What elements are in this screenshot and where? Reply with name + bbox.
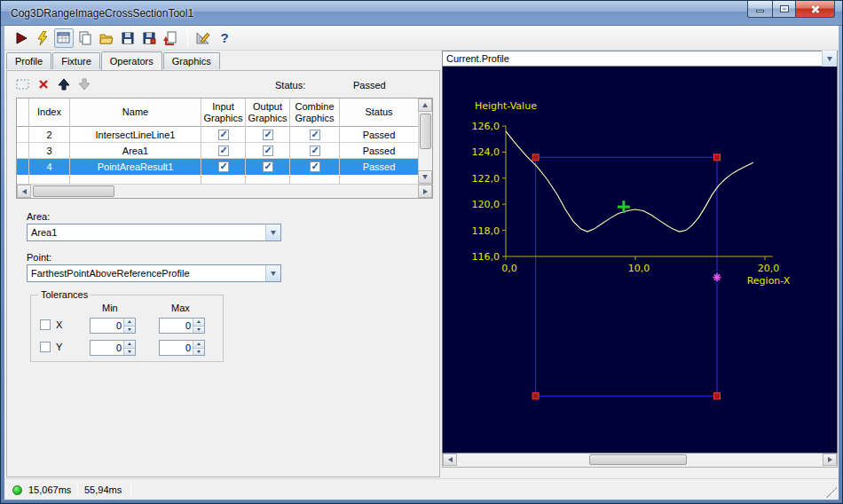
cell-input-graphics[interactable] [201, 127, 245, 143]
cell-name[interactable]: Area1 [70, 143, 201, 159]
titlebar[interactable]: Cog3DRangeImageCrossSectionTool1 [1, 1, 842, 26]
cell-output-graphics[interactable] [246, 143, 289, 159]
row-selector[interactable] [17, 127, 28, 143]
y-tolerance-checkbox[interactable] [40, 342, 51, 352]
cell-index[interactable]: 2 [29, 127, 69, 143]
display-selector[interactable]: Current.Profile [442, 51, 838, 67]
cell-combine-graphics[interactable] [290, 127, 339, 143]
x-max-input[interactable] [160, 319, 193, 333]
spin-down-button[interactable] [193, 326, 204, 334]
checkbox[interactable] [263, 130, 273, 140]
move-up-button[interactable] [55, 76, 73, 92]
point-select[interactable]: FarthestPointAboveReferenceProfile [27, 264, 281, 282]
y-min-spinner[interactable] [90, 340, 136, 356]
scroll-up-button[interactable] [418, 98, 432, 112]
x-min-spinner[interactable] [90, 318, 136, 334]
add-operator-button[interactable] [14, 76, 32, 92]
checkbox[interactable] [310, 130, 320, 140]
cell-status[interactable]: Passed [340, 143, 418, 159]
run-continuous-button[interactable] [33, 28, 52, 48]
statusbar-divider [77, 482, 78, 497]
spin-down-button[interactable] [124, 326, 135, 334]
col-header-name[interactable]: Name [70, 98, 201, 127]
svg-text:Region-X: Region-X [747, 275, 791, 287]
scroll-left-button[interactable] [17, 185, 31, 198]
scroll-down-button[interactable] [418, 170, 432, 184]
tab-fixture[interactable]: Fixture [52, 52, 100, 69]
spin-up-button[interactable] [193, 319, 204, 326]
checkbox[interactable] [218, 146, 229, 156]
cell-index[interactable]: 3 [29, 143, 69, 159]
import-button[interactable] [161, 28, 180, 48]
scroll-thumb[interactable] [33, 185, 114, 197]
close-button[interactable] [795, 1, 835, 18]
x-tolerance-checkbox[interactable] [40, 319, 51, 330]
spin-up-button[interactable] [124, 341, 135, 348]
profile-chart[interactable]: 126,0124,0122,0120,0118,0116,00,010,020,… [442, 67, 838, 453]
col-header-input-graphics[interactable]: Input Graphics [201, 98, 245, 127]
checkbox[interactable] [310, 161, 320, 172]
spin-down-button[interactable] [124, 348, 135, 356]
resize-grip[interactable] [826, 487, 837, 498]
checkbox[interactable] [310, 146, 320, 156]
tab-graphics[interactable]: Graphics [163, 52, 220, 69]
cell-combine-graphics[interactable] [290, 143, 339, 159]
run-button[interactable] [12, 28, 31, 48]
save-button[interactable] [118, 28, 138, 48]
row-selector[interactable] [17, 143, 28, 159]
cell-name[interactable]: PointAreaResult1 [70, 159, 201, 175]
cell-index[interactable]: 4 [29, 159, 69, 175]
statusbar: 15,067ms 55,94ms [4, 478, 839, 500]
spin-down-button[interactable] [193, 348, 204, 356]
scroll-thumb[interactable] [589, 454, 687, 465]
combo-button[interactable] [265, 224, 280, 240]
cell-status[interactable]: Passed [340, 127, 418, 143]
area-select[interactable]: Area1 [27, 224, 281, 241]
scroll-left-button[interactable] [443, 453, 457, 466]
cell-status[interactable]: Passed [340, 159, 418, 175]
minimize-button[interactable] [747, 1, 773, 18]
scroll-thumb[interactable] [420, 114, 431, 149]
tab-operators[interactable]: Operators [101, 51, 162, 70]
spin-up-button[interactable] [124, 319, 135, 326]
table-vertical-scrollbar[interactable] [418, 98, 432, 184]
col-header-output-graphics[interactable]: Output Graphics [246, 98, 289, 127]
cell-input-graphics[interactable] [201, 143, 245, 159]
svg-text:120,0: 120,0 [472, 199, 500, 210]
maximize-button[interactable] [772, 1, 796, 18]
table-horizontal-scrollbar[interactable] [17, 184, 432, 198]
move-down-button[interactable] [75, 76, 93, 92]
copy-button[interactable] [75, 28, 95, 48]
delete-operator-button[interactable] [35, 76, 52, 92]
col-header-index[interactable]: Index [29, 98, 69, 127]
y-max-input[interactable] [160, 341, 193, 355]
y-min-input[interactable] [91, 341, 123, 355]
combo-button[interactable] [265, 265, 280, 281]
cell-output-graphics[interactable] [246, 127, 289, 143]
row-selector[interactable] [17, 159, 28, 175]
checkbox[interactable] [218, 130, 229, 140]
tab-profile[interactable]: Profile [6, 52, 51, 69]
checkbox[interactable] [263, 161, 273, 172]
spin-up-button[interactable] [193, 341, 204, 348]
open-button[interactable] [97, 28, 116, 48]
help-button[interactable]: ? [215, 28, 234, 48]
x-max-spinner[interactable] [159, 318, 205, 334]
measure-tools-button[interactable] [193, 28, 213, 48]
chart-horizontal-scrollbar[interactable] [442, 453, 838, 468]
checkbox[interactable] [263, 146, 273, 156]
combo-button[interactable] [822, 51, 837, 67]
cell-input-graphics[interactable] [201, 159, 245, 175]
col-header-status[interactable]: Status [340, 98, 418, 127]
checkbox[interactable] [218, 161, 229, 172]
cell-name[interactable]: IntersectLineLine1 [70, 127, 201, 143]
save-as-button[interactable] [139, 28, 159, 48]
col-header-combine-graphics[interactable]: Combine Graphics [290, 98, 339, 127]
x-min-input[interactable] [91, 319, 123, 333]
scroll-right-button[interactable] [823, 453, 837, 466]
cell-output-graphics[interactable] [246, 159, 289, 175]
cell-combine-graphics[interactable] [290, 159, 339, 175]
y-max-spinner[interactable] [159, 340, 205, 356]
scroll-right-button[interactable] [418, 185, 432, 198]
show-results-grid-button[interactable] [54, 28, 74, 48]
